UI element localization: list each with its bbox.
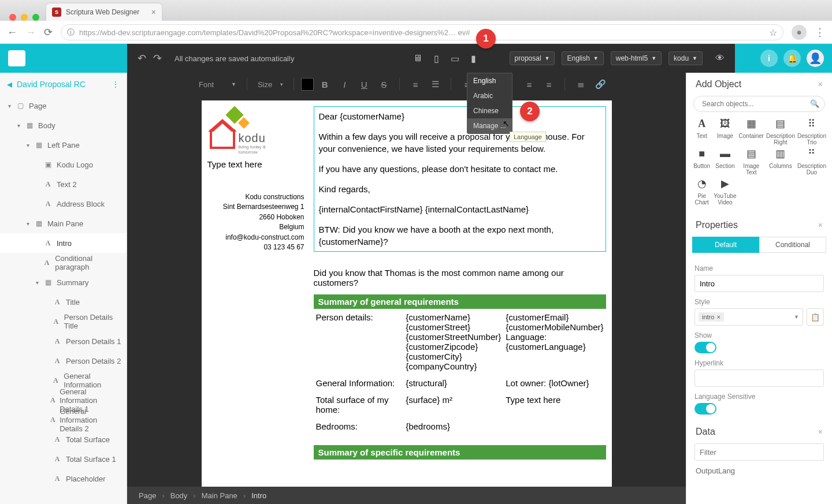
obj-image-text[interactable]: ▤Image Text <box>739 148 764 176</box>
lang-opt-chinese[interactable]: Chinese <box>467 103 512 118</box>
align-right-icon[interactable]: ≡ <box>540 80 558 89</box>
preview-icon[interactable]: 👁 <box>715 53 725 64</box>
canvas-scroll[interactable]: koduliving today & tomorrow Type text he… <box>127 96 686 487</box>
notifications-icon[interactable]: 🔔 <box>783 50 801 67</box>
crumb-mainpane[interactable]: Main Pane <box>202 491 237 500</box>
tab-conditional[interactable]: Conditional <box>759 237 826 253</box>
bold-icon[interactable]: B <box>316 80 333 89</box>
bookmark-icon[interactable]: ☆ <box>769 27 777 38</box>
prop-style-select[interactable]: intro× ▼ <box>694 308 803 326</box>
align-center-icon[interactable]: ≡ <box>521 80 538 89</box>
prop-show-toggle[interactable] <box>694 342 716 353</box>
intro-block[interactable]: Dear {customerName} Within a few days yo… <box>314 106 606 252</box>
collapse-icon[interactable]: × <box>818 80 823 89</box>
tree-address-block[interactable]: AAddress Block <box>0 194 127 214</box>
obj-desc-trio[interactable]: ⠿Description Trio <box>797 118 826 145</box>
conditional-paragraph[interactable]: Did you know that Thomas is the most com… <box>314 268 606 288</box>
language-select[interactable]: English▼ <box>562 51 603 65</box>
font-select[interactable]: Font▼ <box>195 80 240 89</box>
more-icon[interactable]: ⋮ <box>112 80 120 89</box>
tree-placeholder[interactable]: APlaceholder <box>0 469 127 488</box>
tree-summary[interactable]: ▾▦Summary <box>0 272 127 292</box>
obj-button[interactable]: ■Button <box>692 148 711 176</box>
search-icon[interactable]: 🔍 <box>810 99 819 108</box>
prop-name-input[interactable] <box>694 275 824 292</box>
template-header[interactable]: ◂ David Proposal RC ⋮ <box>0 73 127 96</box>
obj-pie-chart[interactable]: ◔Pie Chart <box>692 178 711 206</box>
obj-image[interactable]: 🖼Image <box>714 118 736 145</box>
document-page[interactable]: koduliving today & tomorrow Type text he… <box>202 100 612 487</box>
user-avatar-icon[interactable]: 👤 <box>807 50 824 67</box>
tree-intro[interactable]: AIntro <box>0 233 127 253</box>
collapse-icon[interactable]: × <box>818 221 823 230</box>
remove-chip-icon[interactable]: × <box>716 313 720 320</box>
undo-icon[interactable]: ↶ <box>138 52 146 65</box>
collapse-icon[interactable]: × <box>818 427 823 436</box>
data-icon[interactable]: ≣ <box>572 79 589 89</box>
surface-placeholder[interactable]: Type text here <box>503 391 606 418</box>
maximize-window-icon[interactable] <box>32 14 39 21</box>
prop-hyperlink-input[interactable] <box>694 369 824 387</box>
output-select[interactable]: web-html5▼ <box>611 51 662 65</box>
tree-title[interactable]: ATitle <box>0 292 127 312</box>
browser-menu-icon[interactable]: ⋮ <box>815 26 825 39</box>
crumb-body[interactable]: Body <box>170 491 188 500</box>
crumb-page[interactable]: Page <box>139 491 156 500</box>
tree-text2[interactable]: AText 2 <box>0 174 127 194</box>
link-icon[interactable]: 🔗 <box>592 79 609 89</box>
prop-langsens-toggle[interactable] <box>694 403 716 415</box>
tree-kodu-logo[interactable]: ▣Kodu Logo <box>0 155 127 174</box>
specific-header[interactable]: Summary of specific requirements <box>314 445 606 460</box>
obj-youtube[interactable]: ▶YouTube Video <box>714 178 736 206</box>
info-icon[interactable]: ⓘ <box>67 27 75 38</box>
app-logo[interactable] <box>0 44 127 73</box>
tree-body[interactable]: ▾▦Body <box>0 115 127 135</box>
data-item[interactable]: OutputLang <box>694 461 824 477</box>
lang-opt-arabic[interactable]: Arabic <box>467 88 512 103</box>
tree-general-information-details-2[interactable]: AGeneral Information Details 2 <box>0 410 127 430</box>
reload-icon[interactable]: ⟳ <box>44 26 53 39</box>
browser-tab[interactable]: S Scriptura Web Designer × <box>46 3 162 21</box>
color-swatch[interactable] <box>301 78 314 91</box>
tree-page[interactable]: ▾▢Page <box>0 96 127 115</box>
obj-container[interactable]: ▦Container <box>739 118 764 145</box>
close-window-icon[interactable] <box>9 14 16 21</box>
obj-columns[interactable]: ▥Columns <box>766 148 795 176</box>
obj-section[interactable]: ▬Section <box>714 148 736 176</box>
desktop-icon[interactable]: 🖥 <box>411 51 425 66</box>
strikethrough-icon[interactable]: S <box>375 80 392 89</box>
template-select[interactable]: proposal▼ <box>510 51 555 65</box>
tree-person-details-title[interactable]: APerson Details Title <box>0 312 127 331</box>
style-add-button[interactable]: 📋 <box>807 308 824 326</box>
tablet-portrait-icon[interactable]: ▯ <box>432 51 441 66</box>
mobile-icon[interactable]: ▮ <box>469 51 478 66</box>
minimize-window-icon[interactable] <box>21 14 28 21</box>
data-filter-input[interactable] <box>694 443 824 461</box>
type-text-placeholder[interactable]: Type text here <box>207 159 304 169</box>
tree-person-details-1[interactable]: APerson Details 1 <box>0 331 127 351</box>
tree-left-pane[interactable]: ▾▦Left Pane <box>0 135 127 155</box>
obj-desc-right[interactable]: ▤Description Right <box>766 118 795 145</box>
tab-default[interactable]: Default <box>692 237 759 253</box>
redo-icon[interactable]: ↷ <box>153 52 162 65</box>
lang-opt-english[interactable]: English <box>467 73 512 88</box>
tree-person-details-2[interactable]: APerson Details 2 <box>0 351 127 371</box>
brand-select[interactable]: kodu▼ <box>668 51 703 65</box>
close-tab-icon[interactable]: × <box>151 8 156 17</box>
style-chip[interactable]: intro× <box>699 312 724 322</box>
underline-icon[interactable]: U <box>355 80 373 89</box>
obj-desc-duo[interactable]: ⠛Description Duo <box>797 148 826 176</box>
profile-avatar-icon[interactable]: ● <box>792 25 807 40</box>
summary-header[interactable]: Summary of general requirements <box>314 294 606 309</box>
obj-text[interactable]: AText <box>692 118 711 145</box>
tablet-landscape-icon[interactable]: ▭ <box>448 51 462 66</box>
object-search-input[interactable] <box>693 96 825 112</box>
tree-conditional-paragraph[interactable]: AConditional paragraph <box>0 253 127 272</box>
italic-icon[interactable]: I <box>336 80 353 89</box>
size-select[interactable]: Size▾ <box>254 80 287 89</box>
info-button[interactable]: i <box>760 50 778 67</box>
tree-main-pane[interactable]: ▾▦Main Pane <box>0 214 127 233</box>
tree-total-surface-1[interactable]: ATotal Surface 1 <box>0 449 127 469</box>
unordered-list-icon[interactable]: ☰ <box>426 79 444 89</box>
ordered-list-icon[interactable]: ≡ <box>407 80 424 89</box>
